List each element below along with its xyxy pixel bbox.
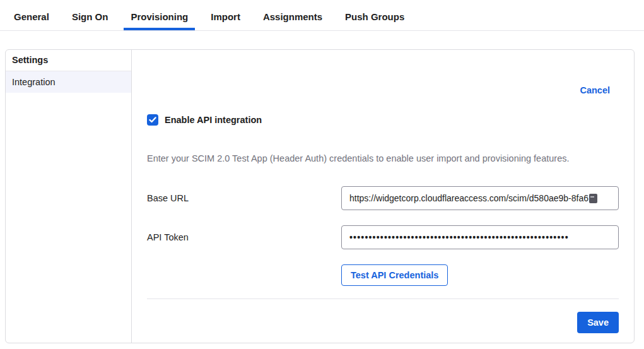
enable-api-integration-label: Enable API integration (165, 115, 262, 125)
sidebar-item-integration[interactable]: Integration (6, 71, 131, 93)
tab-provisioning[interactable]: Provisioning (124, 6, 195, 30)
api-token-input[interactable]: ••••••••••••••••••••••••••••••••••••••••… (341, 225, 619, 249)
settings-sidebar: Settings Integration (6, 50, 132, 343)
base-url-label: Base URL (147, 193, 341, 203)
app-tabbar: General Sign On Provisioning Import Assi… (0, 0, 644, 31)
cancel-link[interactable]: Cancel (580, 85, 610, 95)
form-divider (147, 299, 619, 299)
provisioning-panel: Settings Integration Cancel Enable API i… (5, 49, 635, 343)
test-credentials-row: Test API Credentials (147, 264, 619, 286)
tab-sign-on[interactable]: Sign On (65, 6, 115, 30)
tab-import[interactable]: Import (204, 6, 247, 30)
credentials-form: Base URL https://widgetcorp.cloudflareac… (147, 186, 619, 286)
save-row: Save (147, 312, 619, 333)
tab-push-groups[interactable]: Push Groups (338, 6, 411, 30)
base-url-input[interactable]: https://widgetcorp.cloudflareaccess.com/… (341, 186, 619, 210)
integration-settings-form: Cancel Enable API integration Enter your… (132, 50, 634, 343)
cancel-row: Cancel (147, 85, 619, 95)
tab-assignments[interactable]: Assignments (256, 6, 329, 30)
credentials-description: Enter your SCIM 2.0 Test App (Header Aut… (147, 153, 619, 163)
base-url-row: Base URL https://widgetcorp.cloudflareac… (147, 186, 619, 210)
api-token-masked-value: ••••••••••••••••••••••••••••••••••••••••… (349, 232, 569, 242)
enable-api-integration-checkbox[interactable] (147, 114, 158, 126)
text-cursor-block (589, 194, 597, 203)
test-api-credentials-button[interactable]: Test API Credentials (341, 264, 448, 286)
sidebar-header-settings: Settings (6, 50, 131, 71)
api-token-label: API Token (147, 232, 341, 242)
check-icon (149, 117, 156, 123)
api-token-row: API Token ••••••••••••••••••••••••••••••… (147, 225, 619, 249)
save-button[interactable]: Save (577, 312, 619, 333)
tab-general[interactable]: General (7, 6, 56, 30)
enable-api-integration-row: Enable API integration (147, 114, 619, 126)
base-url-value: https://widgetcorp.cloudflareaccess.com/… (349, 193, 588, 203)
